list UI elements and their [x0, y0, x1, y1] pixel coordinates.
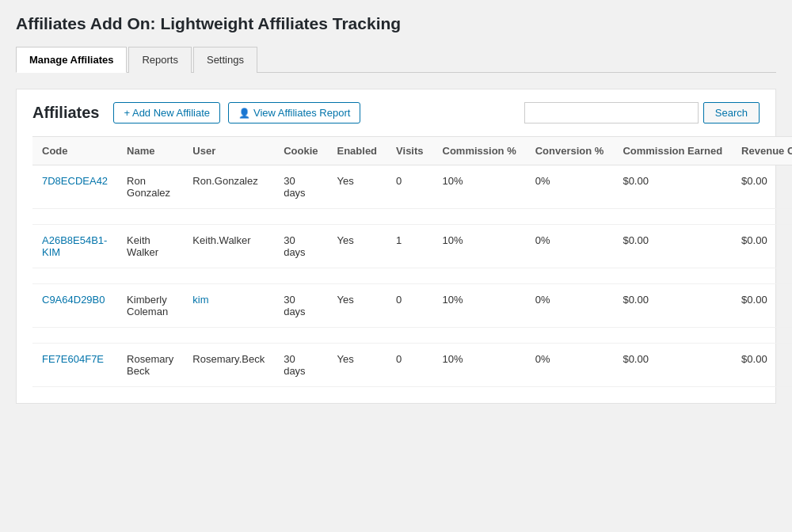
commission-earned-cell: $0.00 [613, 165, 732, 209]
visits-cell: 0 [386, 165, 432, 209]
enabled-cell: Yes [328, 165, 387, 209]
user-cell: Keith.Walker [183, 225, 274, 268]
affiliates-table: Code Name User Cookie Enabled Visits Com… [32, 136, 792, 387]
page-title: Affiliates Add On: Lightweight Affiliate… [16, 14, 776, 33]
search-input[interactable] [524, 102, 699, 124]
cookie-cell: 30 days [274, 165, 327, 209]
user-cell: Ron.Gonzalez [183, 165, 274, 209]
commission-pct-cell: 10% [433, 225, 526, 268]
col-user: User [183, 137, 274, 165]
col-conversion-pct: Conversion % [526, 137, 614, 165]
table-row: A26B8E54B1-KIM Keith Walker Keith.Walker… [32, 225, 792, 268]
commission-earned-cell: $0.00 [613, 284, 732, 328]
row-spacer [32, 268, 792, 284]
name-cell: Ron Gonzalez [117, 165, 183, 209]
enabled-cell: Yes [328, 284, 387, 328]
conversion-pct-cell: 0% [526, 225, 614, 268]
col-enabled: Enabled [328, 137, 387, 165]
commission-pct-cell: 10% [433, 344, 526, 387]
table-header-row: Code Name User Cookie Enabled Visits Com… [32, 137, 792, 165]
cookie-cell: 30 days [274, 225, 327, 268]
user-value: Keith.Walker [192, 234, 250, 246]
revenue-contributed-cell: $0.00 [732, 225, 792, 268]
user-value: Rosemary.Beck [192, 353, 265, 365]
affiliates-header: Affiliates + Add New Affiliate 👤 View Af… [32, 102, 760, 124]
col-revenue-contributed: Revenue Contributed [732, 137, 792, 165]
row-spacer [32, 209, 792, 225]
enabled-cell: Yes [328, 225, 387, 268]
visits-cell: 0 [386, 284, 432, 328]
tab-reports[interactable]: Reports [128, 47, 192, 73]
affiliates-header-left: Affiliates + Add New Affiliate 👤 View Af… [32, 102, 360, 124]
person-icon: 👤 [238, 108, 250, 119]
visits-cell: 0 [386, 344, 432, 387]
enabled-cell: Yes [328, 344, 387, 387]
search-button[interactable]: Search [703, 102, 760, 124]
cookie-cell: 30 days [274, 344, 327, 387]
name-cell: Kimberly Coleman [117, 284, 183, 328]
commission-earned-cell: $0.00 [613, 225, 732, 268]
visits-cell: 1 [386, 225, 432, 268]
conversion-pct-cell: 0% [526, 284, 614, 328]
revenue-contributed-cell: $0.00 [732, 344, 792, 387]
table-row: FE7E604F7E Rosemary Beck Rosemary.Beck 3… [32, 344, 792, 387]
conversion-pct-cell: 0% [526, 165, 614, 209]
revenue-contributed-cell: $0.00 [732, 165, 792, 209]
code-link[interactable]: 7D8ECDEA42 [42, 175, 108, 187]
tab-settings[interactable]: Settings [193, 47, 257, 73]
code-link[interactable]: FE7E604F7E [42, 353, 104, 365]
col-commission-pct: Commission % [433, 137, 526, 165]
name-cell: Keith Walker [117, 225, 183, 268]
name-cell: Rosemary Beck [117, 344, 183, 387]
user-cell: kim [183, 284, 274, 328]
add-new-affiliate-button[interactable]: + Add New Affiliate [113, 102, 220, 124]
tabs-bar: Manage Affiliates Reports Settings [16, 46, 776, 73]
code-link[interactable]: A26B8E54B1-KIM [42, 234, 107, 258]
user-link[interactable]: kim [192, 294, 208, 306]
commission-pct-cell: 10% [433, 284, 526, 328]
affiliates-section-title: Affiliates [32, 104, 99, 122]
col-code: Code [32, 137, 117, 165]
cookie-cell: 30 days [274, 284, 327, 328]
col-visits: Visits [386, 137, 432, 165]
commission-earned-cell: $0.00 [613, 344, 732, 387]
user-value: Ron.Gonzalez [192, 175, 257, 187]
content-area: Affiliates + Add New Affiliate 👤 View Af… [16, 89, 776, 404]
user-cell: Rosemary.Beck [183, 344, 274, 387]
code-link[interactable]: C9A64D29B0 [42, 294, 105, 306]
search-area: Search [524, 102, 760, 124]
revenue-contributed-cell: $0.00 [732, 284, 792, 328]
col-name: Name [117, 137, 183, 165]
row-spacer [32, 328, 792, 344]
table-row: 7D8ECDEA42 Ron Gonzalez Ron.Gonzalez 30 … [32, 165, 792, 209]
conversion-pct-cell: 0% [526, 344, 614, 387]
tab-manage-affiliates[interactable]: Manage Affiliates [16, 47, 127, 73]
view-report-label: View Affiliates Report [253, 107, 350, 119]
commission-pct-cell: 10% [433, 165, 526, 209]
table-row: C9A64D29B0 Kimberly Coleman kim 30 days … [32, 284, 792, 328]
col-cookie: Cookie [274, 137, 327, 165]
view-affiliates-report-button[interactable]: 👤 View Affiliates Report [228, 102, 360, 124]
col-commission-earned: Commission Earned [613, 137, 732, 165]
